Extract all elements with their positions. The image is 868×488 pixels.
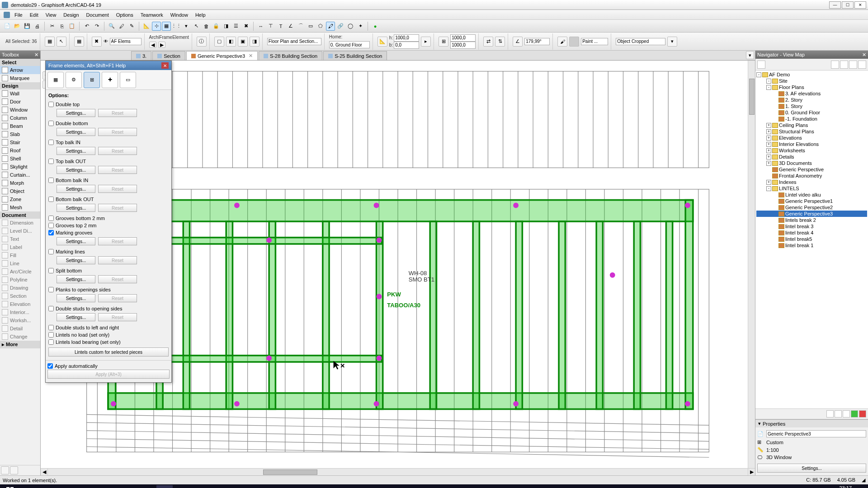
tab-close-icon[interactable]: ✕ — [249, 53, 253, 59]
shape-icon[interactable]: ◯ — [346, 22, 355, 31]
app-menu-icon[interactable] — [4, 12, 10, 18]
tool-skylight[interactable]: Skylight — [0, 163, 40, 171]
record-icon[interactable]: ● — [371, 22, 380, 31]
tool-slab[interactable]: Slab — [0, 130, 40, 138]
opt-settings-11[interactable]: Settings... — [57, 294, 95, 302]
arc-icon[interactable]: ⌒ — [296, 22, 305, 31]
highlight-icon[interactable]: 🖊 — [117, 22, 126, 31]
tree-toggle-icon[interactable]: + — [766, 161, 771, 166]
tree-item[interactable]: -LINTELS — [756, 185, 867, 192]
apply-button[interactable]: Apply (Alt+3) — [47, 370, 170, 379]
tree-item[interactable]: 2. Story — [756, 97, 867, 103]
undo-icon[interactable]: ↶ — [82, 22, 91, 31]
prev-element-icon[interactable]: ◀ — [149, 42, 156, 48]
lintels-custom-button[interactable]: Lintels custom for selected pieces — [48, 347, 169, 357]
layers-icon[interactable]: ☰ — [231, 22, 241, 31]
pdf-icon[interactable]: ▲ — [208, 485, 224, 488]
zoom-icon[interactable]: 🔍 — [107, 22, 116, 31]
archicad-task-icon[interactable]: ▲ — [156, 485, 173, 488]
props-icon3[interactable] — [843, 410, 850, 418]
opt-check-4[interactable] — [48, 178, 54, 183]
tree-toggle-icon[interactable]: + — [766, 142, 771, 147]
b-field[interactable] — [394, 42, 419, 49]
explorer-icon[interactable]: 📁 — [53, 485, 70, 488]
tree-toggle-icon[interactable]: - — [766, 85, 771, 90]
opt-settings-10[interactable]: Settings... — [57, 275, 95, 283]
tree-toggle-icon[interactable]: + — [766, 136, 771, 141]
delete-icon[interactable]: ✖ — [241, 22, 250, 31]
maximize-button[interactable]: ☐ — [842, 1, 854, 9]
menu-options[interactable]: Options — [113, 11, 137, 19]
shape1-icon[interactable]: ▢ — [214, 37, 224, 47]
opt-label-9[interactable]: Marking lines — [56, 249, 85, 254]
nav-publisher-icon[interactable] — [858, 61, 866, 69]
shape4-icon[interactable]: ◨ — [250, 37, 259, 47]
cut-icon[interactable]: ✂ — [47, 22, 57, 31]
tool-zone[interactable]: Zone — [0, 195, 40, 203]
tab-s-25-building-section[interactable]: S-25 Building Section — [323, 51, 387, 60]
menu-teamwork[interactable]: Teamwork — [137, 11, 167, 19]
tree-item[interactable]: +Indexes — [756, 179, 867, 185]
layer-field[interactable] — [110, 38, 142, 45]
props-settings-button[interactable]: Settings... — [757, 464, 866, 473]
video-icon[interactable]: ▶ — [122, 485, 138, 488]
opt-check-5[interactable] — [48, 197, 54, 202]
tool-shell[interactable]: Shell — [0, 155, 40, 163]
tool-roof[interactable]: Roof — [0, 146, 40, 155]
start-button[interactable] — [2, 485, 18, 488]
opt-settings-5[interactable]: Settings... — [57, 204, 95, 212]
opt-label-2[interactable]: Top balk IN — [56, 140, 80, 145]
tool-detail[interactable]: Detail — [0, 324, 40, 333]
home-story-field[interactable] — [329, 41, 370, 48]
opt-label-3[interactable]: Top balk OUT — [56, 159, 86, 164]
opt-label-11[interactable]: Planks to openings sides — [56, 287, 111, 292]
properties-header[interactable]: Properties — [763, 421, 785, 427]
horizontal-scrollbar[interactable]: ◀ ▶ — [41, 468, 755, 475]
angle-field[interactable] — [524, 38, 550, 45]
opt-check-12[interactable] — [48, 306, 54, 311]
redo-icon[interactable]: ↷ — [92, 22, 101, 31]
props-save-icon[interactable] — [851, 410, 858, 418]
props-delete-icon[interactable] — [859, 410, 866, 418]
crop-dropdown-icon[interactable]: ▾ — [667, 37, 677, 47]
tab-generic-perspective3[interactable]: Generic Perspective3✕ — [186, 51, 258, 60]
opt-label-13[interactable]: Double studs to left and right — [56, 325, 119, 330]
mirror-h-icon[interactable]: ⇄ — [483, 37, 493, 47]
tool-dimension[interactable]: Dimension — [0, 219, 40, 227]
select-tool-icon[interactable]: ↖ — [57, 37, 66, 47]
store-icon[interactable]: 🛍 — [88, 485, 104, 488]
opt-label-1[interactable]: Double bottom — [56, 121, 88, 126]
menu-help[interactable]: Help — [192, 11, 209, 19]
tree-item[interactable]: 0. Ground Floor — [756, 109, 867, 116]
opt-settings-3[interactable]: Settings... — [57, 166, 95, 174]
opt-check-14[interactable] — [48, 332, 54, 338]
trace-icon[interactable]: ◨ — [222, 22, 231, 31]
opt-label-5[interactable]: Bottom balk OUT — [56, 197, 94, 202]
navigator-tree[interactable]: - AF Demo -Site-Floor Plans3. AF elevati… — [755, 70, 868, 408]
tool-section[interactable]: Section — [0, 292, 40, 300]
floor-link-field[interactable] — [267, 38, 321, 45]
tree-item[interactable]: +Details — [756, 154, 867, 160]
opt-reset-1[interactable]: Reset — [98, 128, 137, 136]
tree-toggle-icon[interactable]: - — [766, 186, 771, 191]
more-category[interactable]: ▸ More — [0, 341, 40, 348]
dim-icon[interactable]: ↔ — [256, 22, 265, 31]
tool-morph[interactable]: Morph — [0, 179, 40, 187]
opt-label-12[interactable]: Double studs to opening sides — [56, 306, 122, 311]
word-icon[interactable]: W — [139, 485, 156, 488]
tool-door[interactable]: Door — [0, 98, 40, 106]
measure-icon[interactable]: 📐 — [142, 22, 151, 31]
design-category[interactable]: Design — [0, 82, 40, 89]
search-icon[interactable]: 🔍 — [19, 485, 35, 488]
close-button[interactable]: ✕ — [854, 1, 866, 9]
navigator-close-icon[interactable]: ✕ — [862, 52, 866, 58]
new-icon[interactable]: 📄 — [3, 22, 12, 31]
dialog-tab-2[interactable]: ⚙ — [66, 72, 82, 88]
toolbox-footer-icon1[interactable] — [1, 466, 9, 474]
nav-view-icon[interactable] — [840, 61, 848, 69]
tool-stair[interactable]: Stair — [0, 138, 40, 146]
tree-item[interactable]: Generic Perspective3 — [756, 211, 867, 217]
opt-check-15[interactable] — [48, 339, 54, 345]
opt-check-1[interactable] — [48, 121, 54, 126]
tree-item[interactable]: +Worksheets — [756, 147, 867, 154]
